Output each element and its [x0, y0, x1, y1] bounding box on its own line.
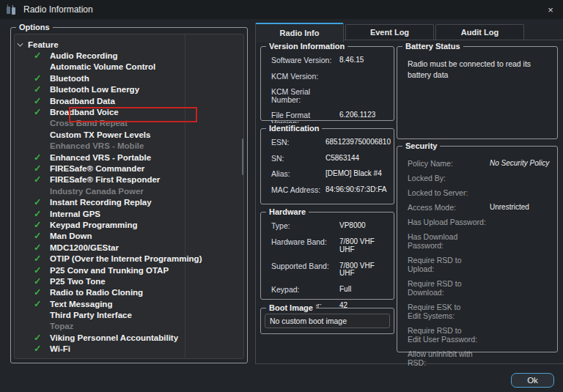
titlebar: Radio Information ×	[0, 0, 563, 19]
feature-item[interactable]: ✓ Instant Recording Replay	[15, 196, 243, 207]
feature-item[interactable]: ✓ MDC1200/GEStar	[15, 242, 243, 253]
feature-item[interactable]: ✓ Man Down	[15, 231, 243, 242]
security-label: Policy Name:	[408, 159, 490, 168]
feature-item-label: P25 Conv and Trunking OTAP	[50, 266, 169, 275]
feature-item[interactable]: ✓ Viking Personnel Accountability	[15, 332, 243, 343]
radio-information-dialog: Radio Information × Options Feature ✓ Au…	[0, 0, 563, 392]
security-row: Locked By:	[408, 174, 551, 182]
feature-item-label: FIRESafe® Commander	[50, 164, 144, 173]
feature-item-label: Keypad Programming	[50, 221, 138, 229]
info-row: Hardware Band: 7/800 VHF UHF	[271, 238, 389, 254]
info-label: KCM Version:	[271, 73, 339, 81]
feature-item[interactable]: ✓ Bluetooth	[15, 73, 243, 84]
check-icon: ✓	[33, 163, 50, 174]
check-icon: ✓	[33, 107, 50, 117]
tree-root-feature[interactable]: Feature	[15, 39, 243, 50]
feature-item[interactable]: Industry Canada Power	[15, 185, 243, 196]
check-icon: ✓	[33, 333, 50, 343]
check-icon: ✓	[33, 209, 50, 219]
tab-label: Radio Info	[280, 29, 320, 37]
feature-item[interactable]: ✓ FIRESafe® First Responder	[15, 174, 243, 185]
info-row: KCM Serial Number:	[271, 88, 389, 103]
security-label: Require ESK to Edit Systems:	[408, 303, 490, 320]
identification-title: Identification	[266, 123, 322, 133]
feature-item-label: Wi-Fi	[50, 344, 70, 353]
feature-item[interactable]: ✓ Bluetooth Low Energy	[15, 84, 243, 95]
check-icon: ✓	[33, 73, 50, 84]
info-row: MAC Address: 84:96:90:67:3D:FA	[271, 186, 389, 194]
feature-item[interactable]: ✓ P25 Conv and Trunking OTAP	[15, 265, 243, 275]
security-row: Require RSD to Edit User Password:	[408, 326, 551, 344]
security-value	[490, 303, 551, 320]
info-value: VP8000	[339, 222, 389, 230]
feature-item[interactable]: ✓ P25 Two Tone	[15, 275, 243, 286]
radio-info-page: Version Information Software Version: 8.…	[255, 40, 563, 364]
feature-item[interactable]: ✓ FIRESafe® Commander	[15, 163, 243, 174]
security-row: Has Upload Password:	[408, 218, 551, 226]
feature-item[interactable]: ✓ Radio to Radio Cloning	[15, 287, 243, 298]
options-group: Options Feature ✓ Audio Recording	[10, 27, 248, 363]
info-value: 6851239750006810	[325, 138, 391, 147]
feature-item-label: Enhanced VRS - Portable	[50, 153, 151, 162]
chevron-down-icon[interactable]	[18, 40, 23, 46]
tab[interactable]: Event Log	[345, 24, 434, 40]
feature-tree[interactable]: Feature ✓ Audio Recording Automatic Volu…	[14, 34, 244, 359]
feature-item[interactable]: Topaz	[15, 321, 243, 332]
feature-item[interactable]: ✓ Enhanced VRS - Portable	[15, 152, 243, 163]
feature-item-label: OTIP (Over the Internet Programming)	[50, 254, 202, 263]
feature-item[interactable]: ✓ Wi-Fi	[15, 344, 243, 355]
info-value: 84:96:90:67:3D:FA	[325, 186, 389, 194]
close-icon[interactable]: ×	[542, 2, 559, 17]
info-value: 7/800 VHF UHF	[339, 262, 389, 278]
identification-group: Identification ESN: 6851239750006810 SN:…	[260, 128, 394, 204]
security-value	[490, 326, 551, 344]
feature-item[interactable]: ✓ Text Messaging	[15, 298, 243, 309]
info-value	[339, 73, 389, 81]
feature-item[interactable]: Automatic Volume Control	[15, 62, 243, 73]
info-label: Supported Band:	[271, 262, 339, 278]
feature-item[interactable]: ✓ Internal GPS	[15, 208, 243, 219]
feature-item-label: Instant Recording Replay	[50, 198, 152, 207]
info-value: Full	[339, 286, 389, 294]
feature-item[interactable]: Custom TX Power Levels	[15, 129, 243, 140]
security-label: Has Upload Password:	[408, 218, 490, 226]
radio-app-icon	[7, 4, 18, 15]
check-icon: ✓	[33, 287, 50, 297]
info-row: Software Version: 8.46.15	[271, 56, 389, 64]
feature-item[interactable]: ✓ Audio Recording	[15, 50, 243, 61]
check-icon: ✓	[33, 344, 50, 354]
security-row: Has Download Password:	[408, 232, 551, 250]
feature-item-label: MDC1200/GEStar	[50, 243, 119, 252]
tab[interactable]: Audit Log	[435, 24, 524, 40]
feature-item-label: Radio to Radio Cloning	[50, 288, 143, 297]
feature-item[interactable]: ✓ Keypad Programming	[15, 219, 243, 230]
info-row: ESN: 6851239750006810	[271, 138, 389, 147]
security-label: Locked to Server:	[408, 188, 490, 197]
tree-root-label: Feature	[28, 40, 59, 49]
info-value: [DEMO] Black #4	[325, 170, 389, 178]
scrollbar-thumb[interactable]	[242, 138, 243, 175]
feature-item[interactable]: ✓ Broadband Data	[15, 95, 243, 106]
check-icon: ✓	[33, 231, 50, 241]
annotation-highlight	[69, 107, 197, 122]
feature-item-label: Custom TX Power Levels	[50, 130, 150, 139]
ok-button[interactable]: Ok	[511, 373, 554, 388]
feature-item-label: Industry Canada Power	[50, 187, 144, 196]
tab[interactable]: Radio Info	[255, 23, 344, 42]
info-label: Software Version:	[271, 56, 339, 64]
feature-item[interactable]: Third Party Interface	[15, 309, 243, 320]
tab-label: Audit Log	[461, 28, 498, 37]
battery-status-group: Battery Status Radio must be connected t…	[397, 46, 558, 139]
feature-item[interactable]: Enhanced VRS - Mobile	[15, 141, 243, 152]
security-row: Allow uninhibit with RSD:	[408, 350, 551, 367]
security-row: Policy Name: No Security Policy	[408, 159, 551, 168]
info-value: 6.206.1123	[339, 111, 389, 127]
feature-item-label: Automatic Volume Control	[50, 62, 155, 71]
check-icon: ✓	[33, 243, 50, 253]
battery-status-title: Battery Status	[402, 41, 463, 51]
info-value	[339, 88, 389, 103]
feature-item[interactable]: ✓ OTIP (Over the Internet Programming)	[15, 253, 243, 264]
check-icon: ✓	[33, 276, 50, 286]
info-row: SN: C5863144	[271, 155, 389, 163]
security-value	[490, 232, 551, 250]
